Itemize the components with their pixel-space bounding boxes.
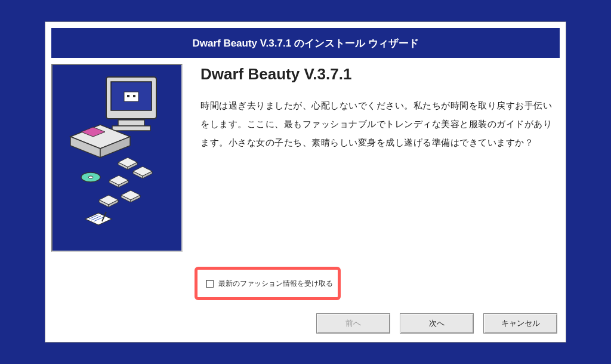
wizard-side-graphic bbox=[51, 64, 183, 252]
wizard-content: Dwarf Beauty V.3.7.1 時間は過ぎ去りましたが、心配しないでく… bbox=[183, 64, 560, 306]
wizard-button-row: 前へ 次へ キャンセル bbox=[316, 313, 557, 334]
subscribe-checkbox-label: 最新のファッション情報を受け取る bbox=[218, 279, 333, 289]
product-description: 時間は過ぎ去りましたが、心配しないでください。私たちが時間を取り戻すお手伝いをし… bbox=[200, 97, 554, 152]
computer-setup-icon bbox=[53, 65, 181, 251]
cancel-button-label: キャンセル bbox=[501, 318, 540, 329]
svg-point-13 bbox=[88, 176, 93, 178]
svg-rect-3 bbox=[124, 92, 138, 101]
svg-rect-5 bbox=[133, 95, 135, 97]
dialog-body: Dwarf Beauty V.3.7.1 時間は過ぎ去りましたが、心配しないでく… bbox=[51, 64, 560, 306]
svg-rect-7 bbox=[112, 126, 150, 131]
cancel-button[interactable]: キャンセル bbox=[483, 313, 557, 334]
back-button-label: 前へ bbox=[345, 318, 361, 329]
back-button: 前へ bbox=[316, 313, 390, 334]
next-button[interactable]: 次へ bbox=[400, 313, 474, 334]
svg-rect-4 bbox=[127, 95, 129, 97]
product-title: Dwarf Beauty V.3.7.1 bbox=[200, 65, 554, 84]
svg-rect-6 bbox=[118, 120, 144, 126]
highlighted-option: 最新のファッション情報を受け取る bbox=[195, 267, 341, 300]
next-button-label: 次へ bbox=[429, 318, 445, 329]
subscribe-checkbox[interactable] bbox=[206, 280, 214, 288]
wizard-title: Dwarf Beauty V.3.7.1 のインストール ウィザード bbox=[192, 36, 418, 50]
install-wizard-dialog: Dwarf Beauty V.3.7.1 のインストール ウィザード bbox=[45, 21, 566, 343]
title-bar: Dwarf Beauty V.3.7.1 のインストール ウィザード bbox=[51, 28, 560, 58]
